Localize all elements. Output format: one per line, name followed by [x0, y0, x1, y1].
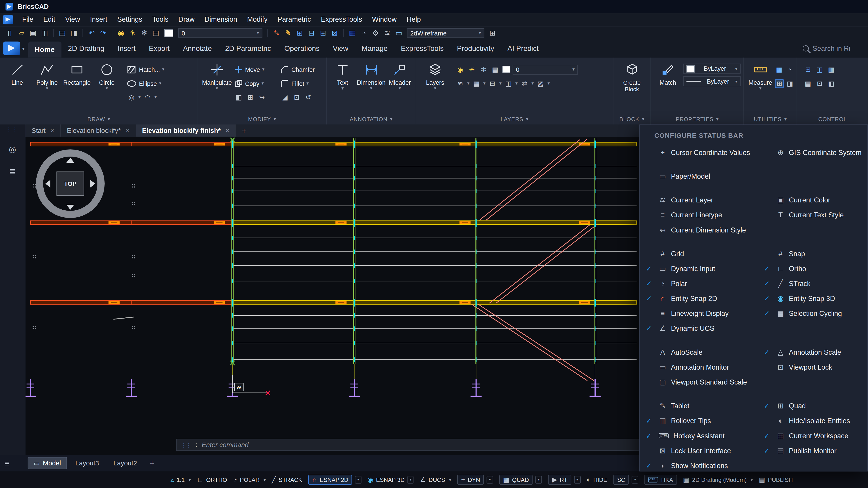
clean-screen-icon[interactable]: ▤ [803, 79, 813, 87]
ellipse-button[interactable]: Ellipse ▾ [127, 76, 192, 90]
block-panel-caption[interactable]: BLOCK▾ [613, 114, 650, 125]
mirror-icon[interactable]: ◧ [234, 93, 243, 101]
chevron-down-icon[interactable]: ▾ [487, 476, 493, 484]
quick-select-icon[interactable]: ▦ [775, 66, 783, 73]
menu-item-tablet[interactable]: ✎Tablet [642, 402, 760, 410]
publish-toggle[interactable]: ▤PUBLISH [759, 477, 793, 483]
pie-icon[interactable]: ◔ [359, 27, 369, 39]
menu-window[interactable]: Window [367, 13, 402, 26]
menu-draw[interactable]: Draw [174, 13, 199, 26]
dyn-toggle[interactable]: +DYN [457, 475, 484, 485]
layer-on-icon[interactable]: ◉ [116, 27, 126, 39]
arc-icon[interactable]: ◠ [143, 93, 152, 101]
measure-button[interactable]: Measure ▾ [747, 61, 774, 90]
text-button[interactable]: Text ▾ [329, 61, 355, 90]
layer-thaw-icon[interactable]: ☀ [127, 27, 138, 39]
save-all-icon[interactable]: ◫ [39, 27, 50, 39]
undo-icon[interactable]: ↶ [86, 27, 97, 39]
save-icon[interactable]: ▣ [28, 27, 38, 39]
hka-toggle[interactable]: CTRLHKA [644, 475, 677, 485]
layout-menu-icon[interactable]: ≡ [4, 458, 17, 468]
line-button[interactable]: Line [3, 61, 31, 86]
mass-props-icon[interactable]: ◨ [786, 79, 794, 87]
menu-item-entity-snap-3d[interactable]: ✓◉Entity Snap 3D [760, 294, 867, 303]
new-file-icon[interactable]: ▯ [4, 27, 15, 39]
close-icon[interactable]: × [51, 127, 54, 134]
manipulate-button[interactable]: Manipulate ▾ [201, 61, 233, 90]
panel-grid-a-icon[interactable]: ⊞ [803, 66, 813, 73]
polar-toggle[interactable]: ◔POLAR▾ [233, 477, 266, 483]
menu-item-show-notifications[interactable]: ✓◗Show Notifications [642, 461, 760, 470]
layer-select-combo[interactable]: 0▾ [513, 64, 578, 74]
linetype-combo[interactable]: ByLayer ▾ [683, 76, 741, 86]
menu-item-viewport-lock[interactable]: ⊡Viewport Lock [760, 363, 867, 371]
chevron-down-icon[interactable]: ▾ [632, 476, 638, 484]
layer-freeze-icon[interactable]: ✻ [139, 27, 150, 39]
tab-insert[interactable]: Insert [111, 39, 142, 58]
match-paint-icon[interactable]: ✎ [283, 27, 293, 39]
layer-color-swatch[interactable] [502, 66, 510, 73]
menu-item-grid[interactable]: #Grid [642, 250, 760, 258]
app-icon[interactable] [3, 15, 13, 24]
menu-item-current-workspace[interactable]: ✓▦Current Workspace [760, 431, 867, 440]
create-block-button[interactable]: Create Block [616, 61, 648, 92]
cad-drawing[interactable] [26, 137, 640, 455]
tab-expresstools[interactable]: ExpressTools [394, 39, 450, 58]
color-combo[interactable]: ByLayer ▾ [683, 64, 741, 74]
table-icon[interactable]: ▦ [347, 27, 358, 39]
menu-item-current-text-style[interactable]: TCurrent Text Style [760, 211, 867, 219]
menu-item-publish-monitor[interactable]: ✓▤Publish Monitor [760, 447, 867, 455]
fillet-button[interactable]: Fillet ▾ [280, 76, 323, 90]
rotate-down-arrow-icon[interactable] [66, 205, 74, 210]
tab-operations[interactable]: Operations [278, 39, 326, 58]
doc-tab-elevation-blockify-finish[interactable]: Elevation blockify finish*× [136, 125, 236, 137]
menu-item-quad[interactable]: ✓⊞Quad [760, 402, 867, 410]
rotate-left-arrow-icon[interactable] [45, 180, 51, 188]
mleader-button[interactable]: Mleader ▾ [387, 61, 413, 90]
chamfer-button[interactable]: Chamfer [280, 63, 323, 76]
menu-item-entity-snap-2d[interactable]: ✓∩Entity Snap 2D [642, 294, 760, 303]
utilities-panel-caption[interactable]: UTILITIES▾ [744, 114, 797, 125]
1-1-toggle[interactable]: ▵1:1▾ [170, 477, 191, 483]
menu-item-ortho[interactable]: ✓∟Ortho [760, 265, 867, 273]
new-document-tab-button[interactable]: + [236, 125, 252, 137]
panel-grid-b-icon[interactable]: ◫ [815, 66, 825, 73]
settings-icon[interactable]: ⚙ [370, 27, 381, 39]
menu-item-viewport-standard-scale[interactable]: ▢Viewport Standard Scale [642, 378, 760, 386]
tab-2d-parametric[interactable]: 2D Parametric [218, 39, 278, 58]
view-navigation-wheel[interactable]: TOP [36, 149, 105, 218]
menu-settings[interactable]: Settings [112, 13, 147, 26]
layer-bulb-icon[interactable]: ◉ [456, 66, 465, 73]
offset-icon[interactable]: ↪ [257, 93, 267, 101]
esnap-2d-toggle[interactable]: ∩ESNAP 2D [308, 475, 352, 485]
blockify-d-icon[interactable]: ⊠ [329, 27, 340, 39]
menu-expresstools[interactable]: ExpressTools [316, 13, 367, 26]
menu-item-annotation-monitor[interactable]: ▭Annotation Monitor [642, 363, 760, 371]
chevron-down-icon[interactable]: ▾ [355, 476, 361, 484]
menu-item-selection-cycling[interactable]: ✓▤Selection Cycling [760, 309, 867, 318]
menu-item-polar[interactable]: ✓◔Polar [642, 280, 760, 288]
2d-drafting-modern-toggle[interactable]: ▣2D Drafting (Modern)▾ [683, 477, 753, 483]
command-drag-handle[interactable]: ⋮⋮ [181, 442, 191, 448]
rotate-up-arrow-icon[interactable] [66, 158, 74, 163]
menu-item-rollover-tips[interactable]: ✓▥Rollover Tips [642, 417, 760, 425]
layout-tab-model[interactable]: ▭Model [28, 457, 67, 469]
menu-view[interactable]: View [60, 13, 85, 26]
open-file-icon[interactable]: ▱ [16, 27, 27, 39]
blockify-b-icon[interactable]: ⊟ [306, 27, 317, 39]
layer-walk-icon[interactable]: ▨ [536, 79, 546, 87]
modify-panel-caption[interactable]: MODIFY▾ [198, 114, 326, 125]
layer-states-icon[interactable]: ▦ [472, 79, 481, 87]
properties-panel-caption[interactable]: PROPERTIES▾ [651, 114, 743, 125]
layer-match-icon[interactable]: ◫ [504, 79, 513, 87]
tab-ai-predict[interactable]: AI Predict [501, 39, 546, 58]
panel-rows-icon[interactable]: ▥ [827, 66, 836, 73]
chevron-down-icon[interactable]: ▾ [407, 476, 414, 484]
menu-parametric[interactable]: Parametric [273, 13, 316, 26]
layer-plot-icon[interactable]: ▤ [151, 27, 161, 39]
menu-insert[interactable]: Insert [85, 13, 112, 26]
layer-freeze-icon[interactable]: ✻ [479, 66, 488, 73]
point-style-icon[interactable]: ◔ [785, 66, 794, 73]
menu-edit[interactable]: Edit [38, 13, 60, 26]
sliders-icon[interactable]: ≋ [382, 27, 393, 39]
